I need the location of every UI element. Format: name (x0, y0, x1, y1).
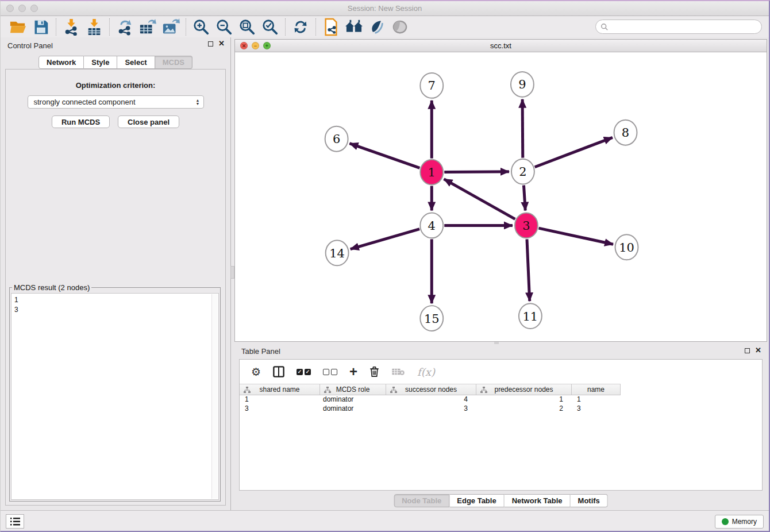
close-panel-button[interactable]: Close panel (118, 115, 179, 128)
select-all-icon[interactable]: ✓✓ (297, 369, 311, 375)
show-graphics-details-icon[interactable] (388, 18, 411, 36)
criterion-select[interactable]: strongly connected component ▲▼ (28, 95, 204, 109)
column-header-mcds-role[interactable]: MCDS role (320, 384, 386, 395)
network-canvas-svg: 7968124314101511 (235, 52, 767, 341)
tab-motifs[interactable]: Motifs (571, 494, 608, 507)
edge-1-6[interactable] (349, 144, 419, 168)
open-session-icon[interactable] (6, 18, 29, 36)
edge-3-10[interactable] (538, 228, 613, 244)
tab-node-table[interactable]: Node Table (394, 494, 449, 507)
edge-2-9[interactable] (522, 99, 523, 158)
table-row[interactable]: 1 dominator 4 1 1 (240, 395, 621, 404)
show-hide-network-overview-icon[interactable] (342, 18, 365, 36)
table-header-row: shared name MCDS role successor nodes (240, 384, 621, 395)
zoom-selected-icon[interactable] (259, 18, 282, 36)
float-panel-icon[interactable] (208, 41, 213, 47)
import-table-icon[interactable] (83, 18, 106, 36)
app-window: Session: New Session (0, 0, 770, 532)
close-panel-icon[interactable]: ✕ (755, 348, 761, 353)
tab-select[interactable]: Select (117, 56, 155, 69)
add-column-icon[interactable]: + (349, 366, 357, 377)
table-settings-icon[interactable]: ⚙ (251, 367, 261, 377)
column-header-shared-name[interactable]: shared name (240, 384, 320, 395)
save-session-icon[interactable] (29, 18, 52, 36)
tab-network-table[interactable]: Network Table (505, 494, 571, 507)
export-image-icon[interactable] (159, 18, 182, 36)
export-table-icon[interactable] (136, 18, 159, 36)
column-header-predecessor-nodes[interactable]: predecessor nodes (476, 384, 572, 395)
status-bar: Memory (1, 510, 769, 531)
criterion-selected-value: strongly connected component (34, 98, 196, 106)
column-header-successor-nodes[interactable]: successor nodes (386, 384, 476, 395)
show-hide-visual-styles-icon[interactable] (365, 18, 388, 36)
tab-network[interactable]: Network (38, 56, 84, 69)
splitter-handle[interactable] (230, 266, 234, 279)
vertical-splitter[interactable] (230, 37, 234, 510)
search-box[interactable] (595, 20, 762, 34)
node-label-6: 6 (333, 132, 340, 146)
search-input[interactable] (609, 23, 757, 31)
control-panel-tabs: Network Style Select MCDS (38, 56, 192, 69)
table-panel-tabs: Node Table Edge Table Network Table Moti… (394, 494, 608, 507)
zoom-in-icon[interactable] (190, 18, 213, 36)
edge-2-3[interactable] (523, 185, 525, 210)
table-toolbar: ⚙ ✓✓ + (240, 360, 762, 384)
main-toolbar (1, 16, 769, 37)
task-list-icon (10, 518, 20, 526)
delete-column-icon[interactable] (369, 366, 379, 377)
result-scrollbar[interactable] (211, 294, 218, 499)
show-column-icon[interactable] (273, 366, 284, 377)
tab-mcds[interactable]: MCDS (155, 56, 192, 69)
sitemap-icon (244, 387, 251, 393)
sitemap-icon (390, 387, 397, 393)
table-panel: Table Panel ✕ ⚙ ✓✓ (234, 344, 767, 510)
table-row[interactable]: 3 dominator 3 2 3 (240, 404, 621, 414)
optimization-criterion-label: Optimization criterion: (6, 81, 225, 90)
mcds-result-text[interactable]: 1 3 (11, 293, 219, 500)
network-close-button[interactable]: ✕ (240, 42, 248, 49)
function-builder-icon: f(x) (417, 366, 435, 378)
task-history-button[interactable] (6, 514, 24, 529)
control-panel: Control Panel ✕ Network Style Select MCD… (1, 37, 230, 510)
edge-4-14[interactable] (351, 229, 419, 249)
node-label-1: 1 (428, 165, 436, 179)
edge-1-2[interactable] (444, 172, 509, 172)
result-line: 3 (14, 305, 215, 315)
delete-table-icon (391, 367, 405, 376)
zoom-out-icon[interactable] (213, 18, 236, 36)
export-network-icon[interactable] (113, 18, 136, 36)
toolbar-separator (186, 18, 186, 36)
tab-edge-table[interactable]: Edge Table (449, 494, 504, 507)
titlebar: Session: New Session (1, 1, 769, 16)
memory-button[interactable]: Memory (715, 515, 764, 529)
apply-preferred-layout-icon[interactable] (289, 18, 312, 36)
network-minimize-button[interactable]: − (252, 42, 259, 49)
node-label-11: 11 (523, 310, 538, 323)
toolbar-separator (56, 18, 56, 36)
mcds-panel-body: Optimization criterion: strongly connect… (5, 69, 226, 506)
deselect-all-icon[interactable] (323, 369, 337, 375)
float-panel-icon[interactable] (745, 348, 750, 353)
import-network-icon[interactable] (60, 18, 83, 36)
zoom-fit-content-icon[interactable] (236, 18, 259, 36)
network-canvas[interactable]: 7968124314101511 (235, 52, 767, 341)
toolbar-separator (285, 18, 286, 36)
edge-3-11[interactable] (527, 239, 530, 301)
tab-style[interactable]: Style (84, 56, 117, 69)
new-network-from-selection-icon[interactable] (319, 18, 342, 36)
mcds-result-title: MCDS result (2 nodes) (12, 283, 91, 292)
edge-3-1[interactable] (444, 179, 515, 219)
close-panel-icon[interactable]: ✕ (218, 41, 225, 47)
select-stepper-icon: ▲▼ (196, 99, 200, 106)
control-panel-title: Control Panel (7, 41, 53, 50)
edge-2-8[interactable] (535, 137, 613, 167)
mcds-result-group: MCDS result (2 nodes) 1 3 (9, 283, 221, 502)
search-icon (600, 23, 609, 31)
result-line: 1 (14, 295, 215, 305)
column-header-name[interactable]: name (572, 384, 621, 395)
run-mcds-button[interactable]: Run MCDS (52, 115, 110, 128)
sitemap-icon (480, 387, 487, 393)
network-zoom-button[interactable]: + (263, 42, 271, 49)
node-label-10: 10 (619, 241, 634, 255)
network-window-title: scc.txt (490, 41, 511, 50)
